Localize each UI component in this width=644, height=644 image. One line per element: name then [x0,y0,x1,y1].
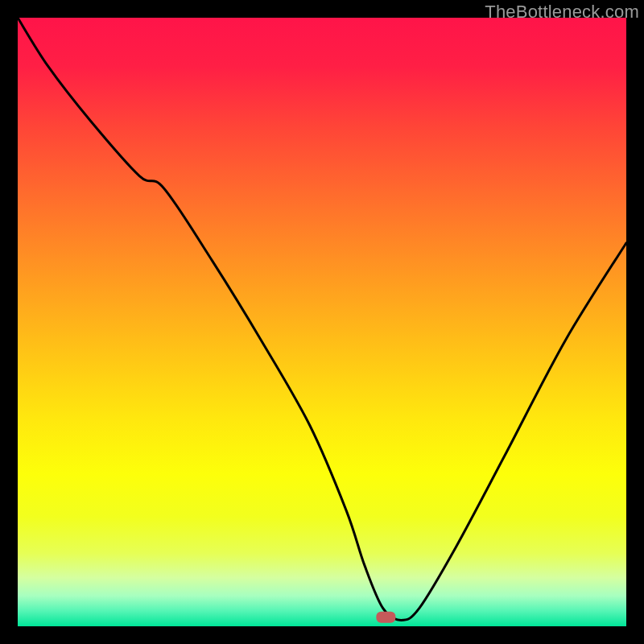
watermark-text: TheBottleneck.com [485,2,639,23]
gradient-background [18,18,626,626]
plot-svg [18,18,626,626]
plot-area [18,18,626,626]
optimal-marker [376,612,395,623]
chart-frame: TheBottleneck.com [0,0,644,644]
